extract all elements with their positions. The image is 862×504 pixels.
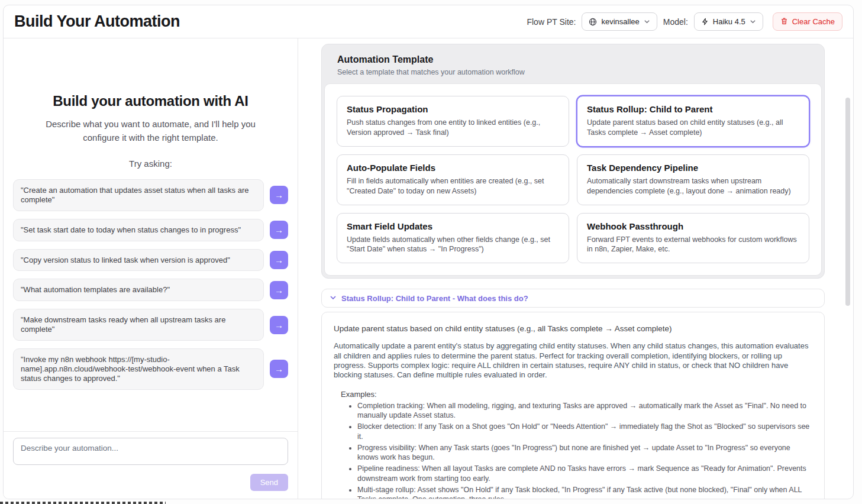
page-title: Build Your Automation <box>14 12 180 31</box>
example-item: Progress visibility: When any Task start… <box>357 443 812 463</box>
suggestion-list: "Create an automation that updates asset… <box>4 179 298 390</box>
suggestion-send-button[interactable]: → <box>270 251 288 269</box>
template-card-description: Update parent status based on child enti… <box>587 118 799 138</box>
template-panel: Automation Template Select a template th… <box>298 38 853 499</box>
chevron-down-icon <box>330 293 337 303</box>
suggestion-row: "What automation templates are available… <box>13 279 288 301</box>
template-grid: Status PropagationPush status changes fr… <box>337 96 809 263</box>
right-panel-scrollbar[interactable] <box>845 98 850 306</box>
details-toggle[interactable]: Status Rollup: Child to Parent - What do… <box>321 289 825 308</box>
suggestion-text[interactable]: "Invoke my n8n webhook https://[my-studi… <box>13 348 264 390</box>
details-body: Automatically update a parent entity's s… <box>334 341 812 380</box>
suggestion-row: "Invoke my n8n webhook https://[my-studi… <box>13 348 288 390</box>
examples-list: Completion tracking: When all modeling, … <box>334 401 812 499</box>
example-item: Blocker detection: If any Task on a Shot… <box>357 422 812 441</box>
model-value: Haiku 4.5 <box>713 17 745 26</box>
globe-icon <box>589 18 597 26</box>
try-asking-label: Try asking: <box>4 159 298 169</box>
chevron-down-icon <box>750 18 756 25</box>
suggestion-text[interactable]: "Copy version status to linked task when… <box>13 249 264 272</box>
chat-panel: Build your automation with AI Describe w… <box>4 38 298 499</box>
suggestion-send-button[interactable]: → <box>270 281 288 299</box>
send-button[interactable]: Send <box>250 474 288 491</box>
suggestion-send-button[interactable]: → <box>270 221 288 239</box>
model-label: Model: <box>663 17 688 27</box>
template-section-title: Automation Template <box>337 54 809 65</box>
template-card[interactable]: Webhook PassthroughForward FPT events to… <box>577 213 809 264</box>
suggestion-text[interactable]: "What automation templates are available… <box>13 279 264 301</box>
template-card-description: Forward FPT events to external webhooks … <box>587 235 799 255</box>
template-card-title: Task Dependency Pipeline <box>587 163 799 173</box>
suggestion-row: "Create an automation that updates asset… <box>13 179 288 211</box>
template-grid-container: Status PropagationPush status changes fr… <box>324 83 822 276</box>
template-card-description: Push status changes from one entity to l… <box>347 118 559 138</box>
suggestion-send-button[interactable]: → <box>270 186 288 204</box>
suggestion-text[interactable]: "Create an automation that updates asset… <box>13 179 264 211</box>
template-card-description: Update fields automatically when other f… <box>347 235 559 255</box>
examples-label: Examples: <box>341 390 812 399</box>
main-row: Build your automation with AI Describe w… <box>4 38 853 499</box>
template-section: Automation Template Select a template th… <box>321 44 825 279</box>
model-select[interactable]: Haiku 4.5 <box>694 12 763 31</box>
suggestion-send-button[interactable]: → <box>270 360 288 378</box>
chat-scroll-area: Build your automation with AI Describe w… <box>4 38 298 421</box>
automation-input[interactable] <box>13 438 288 465</box>
example-item: Completion tracking: When all modeling, … <box>357 401 812 421</box>
template-card-title: Status Rollup: Child to Parent <box>587 104 799 114</box>
details-summary: Update parent status based on child enti… <box>334 324 812 333</box>
site-select[interactable]: kevinsallee <box>582 12 657 31</box>
template-card-title: Status Propagation <box>347 104 559 114</box>
template-section-subtitle: Select a template that matches your auto… <box>337 68 809 76</box>
bottom-clipped-text <box>0 502 166 504</box>
template-card[interactable]: Smart Field UpdatesUpdate fields automat… <box>337 213 569 264</box>
header: Build Your Automation Flow PT Site: kevi… <box>4 5 853 38</box>
template-card-title: Auto-Populate Fields <box>347 163 559 173</box>
chat-heading: Build your automation with AI <box>4 93 298 109</box>
example-item: Multi-stage rollup: Asset shows "On Hold… <box>357 485 812 499</box>
site-value: kevinsallee <box>601 17 639 26</box>
send-row: Send <box>13 474 288 491</box>
suggestion-row: "Make downstream tasks ready when all up… <box>13 309 288 341</box>
example-item: Pipeline readiness: When all layout Task… <box>357 464 812 483</box>
suggestion-text[interactable]: "Set task start date to today when statu… <box>13 219 264 241</box>
spark-icon <box>701 18 709 25</box>
template-card-title: Webhook Passthrough <box>587 221 799 231</box>
app-window: Build Your Automation Flow PT Site: kevi… <box>3 5 854 499</box>
suggestion-row: "Copy version status to linked task when… <box>13 249 288 272</box>
details-toggle-label: Status Rollup: Child to Parent - What do… <box>341 294 528 303</box>
template-card-description: Fill in fields automatically when entiti… <box>347 176 559 196</box>
chat-input-area: Send <box>4 431 298 499</box>
suggestion-send-button[interactable]: → <box>270 316 288 334</box>
template-card-title: Smart Field Updates <box>347 221 559 231</box>
suggestion-text[interactable]: "Make downstream tasks ready when all up… <box>13 309 264 341</box>
template-card[interactable]: Status PropagationPush status changes fr… <box>337 96 569 147</box>
chat-subheading: Describe what you want to automate, and … <box>35 118 266 144</box>
chevron-down-icon <box>644 18 650 25</box>
details-card: Update parent status based on child enti… <box>321 312 825 499</box>
site-label: Flow PT Site: <box>527 17 576 27</box>
clear-cache-button[interactable]: Clear Cache <box>773 12 842 31</box>
template-section-header: Automation Template Select a template th… <box>324 44 822 83</box>
trash-icon <box>780 17 788 27</box>
template-card[interactable]: Status Rollup: Child to ParentUpdate par… <box>577 96 809 147</box>
clear-cache-label: Clear Cache <box>792 17 835 26</box>
template-card-description: Automatically start downstream tasks whe… <box>587 176 799 196</box>
suggestion-row: "Set task start date to today when statu… <box>13 219 288 241</box>
template-card[interactable]: Auto-Populate FieldsFill in fields autom… <box>337 154 569 205</box>
template-card[interactable]: Task Dependency PipelineAutomatically st… <box>577 154 809 205</box>
header-controls: Flow PT Site: kevinsallee Model: <box>527 12 842 31</box>
